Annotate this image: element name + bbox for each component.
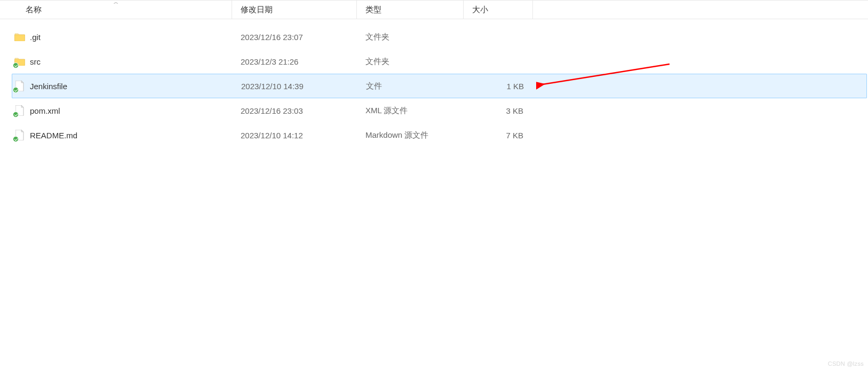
column-header-type[interactable]: 类型 [357,1,464,19]
sort-ascending-icon: ︿ [114,0,118,6]
file-size-cell: 7 KB [464,131,528,140]
file-type-cell: 文件夹 [357,57,464,67]
file-name-label: src [30,57,41,66]
file-name-cell: README.md [12,129,232,141]
file-icon [14,80,26,92]
file-row[interactable]: README.md2023/12/10 14:12Markdown 源文件7 K… [12,123,867,147]
file-type-cell: 文件夹 [357,32,464,42]
file-row[interactable]: pom.xml2023/12/16 23:03XML 源文件3 KB [12,98,867,123]
file-list: .git2023/12/16 23:07文件夹src2023/12/3 21:2… [0,19,868,147]
sync-ok-badge-icon [13,112,19,117]
file-row[interactable]: src2023/12/3 21:26文件夹 [12,49,867,74]
file-type-cell: Markdown 源文件 [357,130,464,140]
file-size-cell: 1 KB [464,82,528,91]
file-date-cell: 2023/12/10 14:39 [233,82,357,91]
sync-ok-badge-icon [13,87,19,93]
file-date-cell: 2023/12/3 21:26 [232,57,357,66]
file-icon [14,129,26,141]
file-name-label: pom.xml [30,106,60,115]
file-date-cell: 2023/12/10 14:12 [232,131,357,140]
file-name-cell: .git [12,31,232,43]
file-name-cell: src [12,56,232,67]
column-header-type-label: 类型 [365,5,381,15]
file-name-label: Jenkinsfile [30,82,67,91]
file-name-label: .git [30,33,41,42]
watermark: CSDN @lzss [828,360,864,367]
column-header-row: ︿ 名称 修改日期 类型 大小 [0,0,868,19]
file-row[interactable]: .git2023/12/16 23:07文件夹 [12,25,867,49]
sync-ok-badge-icon [13,62,19,68]
column-header-size-label: 大小 [472,5,488,15]
file-name-cell: Jenkinsfile [12,80,233,92]
file-type-cell: XML 源文件 [357,106,464,116]
file-type-cell: 文件 [357,81,464,91]
column-header-size[interactable]: 大小 [464,1,533,19]
folder-icon [14,31,26,43]
file-name-label: README.md [30,131,77,140]
file-icon [14,105,26,116]
column-header-name-label: 名称 [26,5,42,15]
file-date-cell: 2023/12/16 23:07 [232,33,357,42]
folder-icon [14,56,26,67]
file-name-cell: pom.xml [12,105,232,116]
column-header-date-label: 修改日期 [241,5,273,15]
file-row[interactable]: Jenkinsfile2023/12/10 14:39文件1 KB [12,74,867,98]
column-header-date[interactable]: 修改日期 [232,1,357,19]
file-size-cell: 3 KB [464,106,528,115]
sync-ok-badge-icon [13,136,19,142]
column-header-name[interactable]: ︿ 名称 [0,1,232,19]
file-date-cell: 2023/12/16 23:03 [232,106,357,115]
